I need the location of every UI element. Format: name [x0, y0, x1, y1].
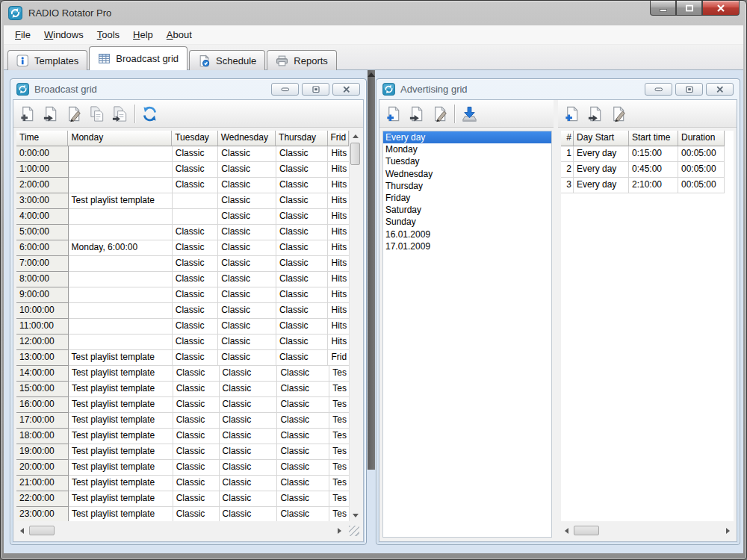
grid-cell[interactable]: Hits [328, 256, 349, 272]
menu-item-tools[interactable]: Tools [90, 26, 126, 43]
grid-cell[interactable]: Classic [277, 397, 329, 413]
grid-cell[interactable]: Classic [173, 397, 220, 413]
day-list-item[interactable]: Monday [383, 143, 551, 155]
grid-cell[interactable] [69, 319, 173, 335]
day-list-item[interactable]: 17.01.2009 [383, 240, 551, 252]
column-header[interactable]: Monday [68, 131, 172, 146]
day-list-item[interactable]: Sunday [383, 216, 551, 228]
grid-cell[interactable]: Classic [173, 256, 219, 272]
broadcast-window-titlebar[interactable]: Broadcast grid [10, 79, 366, 99]
resize-grip[interactable] [349, 526, 359, 536]
add-template-button[interactable] [16, 103, 39, 125]
time-cell[interactable]: 14:00:00 [16, 366, 69, 382]
horizontal-scroll-track[interactable] [572, 525, 722, 536]
grid-cell[interactable]: Classic [220, 476, 278, 491]
grid-cell[interactable]: Test playlist template [69, 507, 173, 521]
column-header[interactable]: Start time [629, 131, 678, 146]
grid-cell[interactable]: Classic [173, 146, 219, 162]
grid-cell[interactable]: Hits [328, 287, 349, 303]
edit-day-button[interactable] [428, 103, 451, 125]
menu-item-help[interactable]: Help [126, 26, 160, 43]
grid-cell[interactable]: Classic [220, 413, 278, 429]
grid-cell[interactable]: Tes [329, 507, 349, 521]
grid-cell[interactable]: Hits [328, 146, 349, 162]
advertising-window-titlebar[interactable]: Advertising grid [376, 79, 740, 99]
time-cell[interactable]: 9:00:00 [16, 287, 69, 303]
grid-cell[interactable]: Classic [173, 303, 219, 319]
grid-cell[interactable]: Classic [218, 225, 276, 240]
grid-cell[interactable]: Classic [276, 256, 329, 272]
menu-item-about[interactable]: About [160, 26, 199, 43]
advertising-minimize-button[interactable] [645, 83, 672, 96]
grid-cell[interactable]: Classic [173, 178, 219, 193]
time-cell[interactable]: 5:00:00 [16, 225, 69, 240]
add-slot-button[interactable] [560, 103, 583, 125]
grid-cell[interactable] [173, 193, 219, 209]
grid-cell[interactable]: Hits [328, 319, 349, 335]
day-list-item[interactable]: Tuesday [383, 155, 551, 167]
grid-cell[interactable]: Tes [329, 382, 349, 397]
add-day-button[interactable] [382, 103, 405, 125]
tab-templates[interactable]: Templates [7, 50, 87, 70]
menu-item-file[interactable]: File [8, 26, 37, 43]
grid-cell[interactable]: Classic [277, 491, 329, 507]
grid-cell[interactable]: Classic [173, 162, 219, 178]
grid-cell[interactable]: Hits [328, 178, 349, 193]
grid-cell[interactable]: Classic [218, 178, 276, 193]
grid-cell[interactable] [69, 287, 173, 303]
time-cell[interactable]: 7:00:00 [16, 256, 69, 272]
grid-cell[interactable]: Classic [173, 335, 219, 350]
grid-cell[interactable] [69, 225, 173, 240]
day-list-item[interactable]: Wednesday [383, 168, 551, 180]
grid-cell[interactable]: Tes [329, 397, 349, 413]
grid-cell[interactable]: Hits [328, 272, 349, 287]
grid-cell[interactable]: Classic [218, 256, 276, 272]
time-cell[interactable]: 0:00:00 [16, 146, 69, 162]
grid-cell[interactable]: Classic [218, 162, 276, 178]
grid-cell[interactable]: Classic [218, 209, 276, 225]
grid-cell[interactable]: Classic [276, 162, 329, 178]
time-cell[interactable]: 12:00:00 [16, 335, 69, 350]
grid-cell[interactable]: 00:05:00 [678, 162, 725, 178]
slots-horizontal-scrollbar[interactable] [561, 525, 734, 536]
grid-cell[interactable]: Tes [329, 366, 349, 382]
grid-cell[interactable]: Classic [276, 303, 329, 319]
grid-cell[interactable]: Frid [328, 350, 349, 366]
grid-cell[interactable]: Classic [277, 507, 329, 521]
minimize-button[interactable] [650, 1, 676, 16]
grid-cell[interactable]: Classic [173, 507, 220, 521]
scroll-right-button[interactable] [722, 525, 734, 536]
grid-cell[interactable] [69, 272, 173, 287]
grid-cell[interactable] [69, 209, 173, 225]
grid-cell[interactable]: Classic [220, 491, 278, 507]
horizontal-scroll-thumb[interactable] [574, 526, 599, 535]
copy-cell-button[interactable] [85, 103, 108, 125]
time-cell[interactable]: 2:00:00 [16, 178, 69, 193]
grid-cell[interactable] [69, 335, 173, 350]
grid-cell[interactable]: Classic [276, 209, 329, 225]
grid-cell[interactable]: Classic [173, 429, 220, 444]
maximize-button[interactable] [676, 1, 702, 16]
grid-cell[interactable]: Classic [218, 287, 276, 303]
grid-cell[interactable]: Classic [277, 476, 329, 491]
grid-cell[interactable]: Every day [574, 146, 629, 162]
grid-cell[interactable]: Classic [277, 366, 329, 382]
grid-cell[interactable]: Classic [277, 382, 329, 397]
grid-cell[interactable]: Classic [218, 240, 276, 256]
grid-cell[interactable]: Classic [173, 413, 220, 429]
scroll-up-button[interactable] [350, 131, 360, 142]
grid-cell[interactable] [69, 303, 173, 319]
grid-cell[interactable]: Hits [328, 225, 349, 240]
menu-item-windows[interactable]: Windows [37, 26, 90, 43]
column-header[interactable]: Time [16, 131, 68, 146]
grid-cell[interactable]: Classic [173, 240, 219, 256]
column-header[interactable]: Duration [678, 131, 725, 146]
close-button[interactable] [702, 1, 740, 16]
column-header[interactable]: # [561, 131, 574, 146]
grid-cell[interactable]: Classic [173, 287, 219, 303]
grid-cell[interactable]: Classic [277, 460, 329, 476]
grid-cell[interactable]: Classic [220, 397, 278, 413]
time-cell[interactable]: 22:00:00 [16, 491, 69, 507]
import-button[interactable] [458, 103, 481, 125]
grid-cell[interactable] [69, 146, 173, 162]
